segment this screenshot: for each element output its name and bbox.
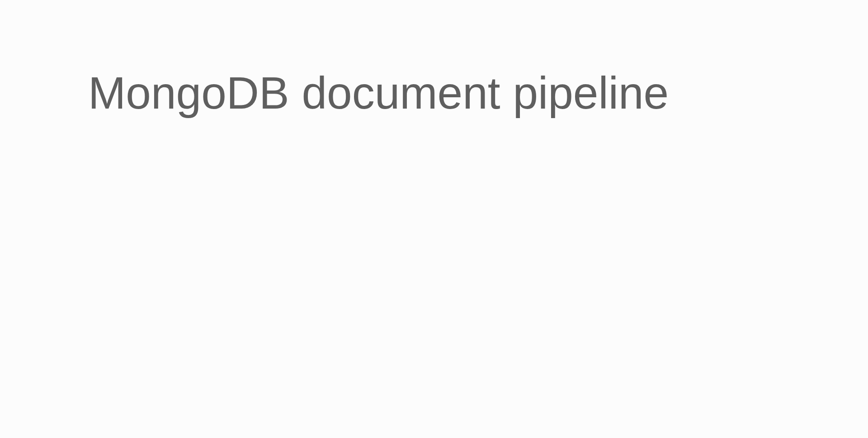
slide-title: MongoDB document pipeline — [88, 66, 669, 120]
